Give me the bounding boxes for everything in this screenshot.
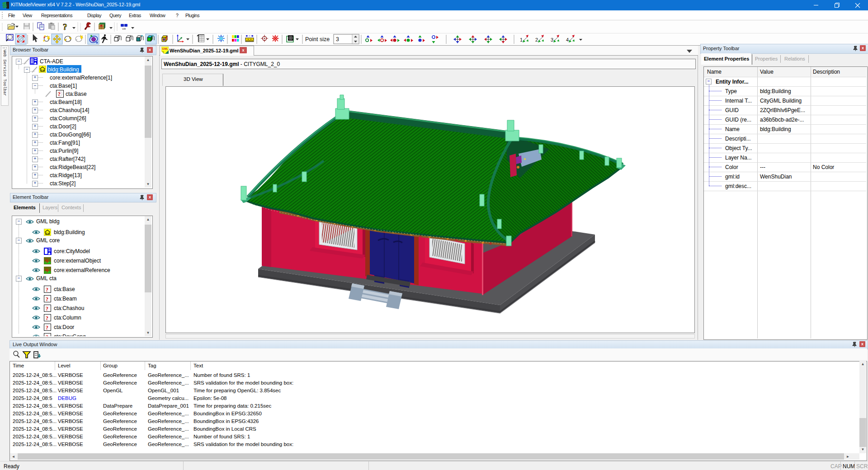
- svg-text:S: S: [45, 258, 48, 264]
- svg-text:?: ?: [46, 324, 48, 331]
- svg-text:S: S: [45, 267, 48, 274]
- svg-text:?: ?: [58, 91, 61, 97]
- svg-text:?: ?: [46, 306, 48, 312]
- svg-text:?: ?: [46, 296, 48, 302]
- svg-text:GA: GA: [46, 232, 50, 235]
- svg-text:2: 2: [535, 37, 538, 42]
- svg-text:GML: GML: [162, 47, 169, 50]
- svg-text:?: ?: [46, 315, 48, 321]
- svg-text:VR: VR: [122, 28, 126, 30]
- svg-text:GA: GA: [41, 69, 45, 72]
- svg-text:4: 4: [566, 37, 569, 42]
- svg-text:3: 3: [551, 37, 553, 42]
- svg-text:?: ?: [63, 22, 67, 32]
- svg-text:3: 3: [336, 36, 339, 42]
- svg-text:1: 1: [520, 37, 523, 42]
- svg-text:?: ?: [46, 334, 48, 336]
- svg-text:?: ?: [46, 287, 48, 293]
- svg-text:Point size: Point size: [305, 36, 330, 42]
